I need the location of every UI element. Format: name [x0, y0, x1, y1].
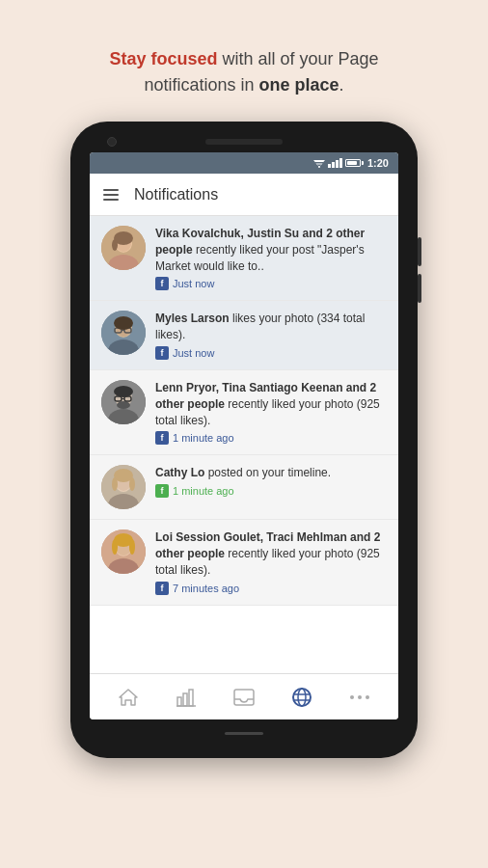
tagline-bold-red: Stay focused [109, 49, 217, 68]
svg-point-41 [129, 539, 135, 555]
notif-time-5: 7 minutes ago [173, 583, 239, 594]
phone-top-bar [80, 139, 408, 145]
notif-time-4: 1 minute ago [173, 485, 234, 497]
fb-icon-1: f [155, 277, 169, 290]
notif-bold-2: Myles Larson [155, 312, 230, 325]
notif-text-5: Loi Session Goulet, Traci Mehlman and 2 … [155, 529, 387, 578]
svg-rect-43 [177, 697, 181, 706]
app-header: Notifications [90, 174, 398, 216]
phone-shell: 1:20 Notifications [70, 122, 418, 758]
notif-bold-5: Loi Session Goulet, Traci Mehlman and 2 … [155, 530, 380, 560]
notif-item-1[interactable]: Vika Kovalchuk, Justin Su and 2 other pe… [90, 216, 398, 301]
avatar-4 [101, 465, 146, 509]
avatar-3 [101, 380, 146, 424]
status-bar: 1:20 [90, 152, 398, 174]
svg-point-10 [112, 239, 118, 251]
status-icons: 1:20 [313, 157, 389, 169]
notif-meta-3: f 1 minute ago [155, 431, 387, 445]
status-time: 1:20 [367, 157, 389, 169]
notif-meta-4: f 1 minute ago [155, 484, 387, 498]
avatar-1 [101, 226, 146, 270]
bar-chart-icon [176, 688, 196, 707]
avatar-5 [101, 529, 146, 574]
home-icon [118, 688, 139, 707]
notif-content-3: Lenn Pryor, Tina Santiago Keenan and 2 o… [155, 380, 387, 445]
avatar-2 [101, 311, 146, 355]
svg-point-18 [114, 316, 133, 330]
svg-rect-44 [183, 693, 187, 706]
notif-time-2: Just now [173, 347, 214, 359]
phone-bottom [225, 725, 263, 741]
notif-item-5[interactable]: Loi Session Goulet, Traci Mehlman and 2 … [90, 520, 398, 605]
bottom-nav [90, 673, 398, 719]
header-title: Notifications [134, 186, 218, 203]
side-buttons [418, 237, 421, 303]
svg-point-27 [114, 386, 133, 397]
wifi-icon [313, 158, 325, 168]
notif-text-2: Myles Larson likes your photo (334 total… [155, 311, 387, 343]
notif-meta-2: f Just now [155, 346, 387, 360]
notif-bold-4: Cathy Lo [155, 466, 204, 479]
svg-point-49 [298, 689, 306, 706]
camera [107, 137, 117, 147]
home-indicator [225, 732, 263, 735]
notif-bold-3: Lenn Pryor, Tina Santiago Keenan and 2 o… [155, 381, 376, 411]
nav-stats[interactable] [167, 678, 205, 717]
notif-meta-5: f 7 minutes ago [155, 582, 387, 595]
battery-icon [345, 159, 361, 167]
notif-content-2: Myles Larson likes your photo (334 total… [155, 311, 387, 360]
notif-item-4[interactable]: Cathy Lo posted on your timeline. f 1 mi… [90, 455, 398, 520]
nav-home[interactable] [109, 678, 148, 717]
globe-icon [291, 687, 312, 708]
notif-meta-1: f Just now [155, 277, 387, 290]
notif-text-4: Cathy Lo posted on your timeline. [155, 465, 387, 481]
svg-point-40 [112, 539, 118, 555]
notif-content-4: Cathy Lo posted on your timeline. f 1 mi… [155, 465, 387, 498]
svg-point-23 [117, 401, 130, 409]
svg-point-33 [112, 477, 118, 491]
notif-content-1: Vika Kovalchuk, Justin Su and 2 other pe… [155, 226, 387, 290]
notif-text-3: Lenn Pryor, Tina Santiago Keenan and 2 o… [155, 380, 387, 428]
notif-time-3: 1 minute ago [173, 432, 234, 444]
svg-point-48 [293, 689, 311, 706]
tagline-bold-dark: one place [259, 75, 339, 95]
tagline: Stay focused with all of your Pagenotifi… [70, 46, 417, 98]
more-icon [349, 694, 370, 700]
screen: 1:20 Notifications [90, 152, 398, 719]
notif-item-2[interactable]: Myles Larson likes your photo (334 total… [90, 301, 398, 370]
notif-content-5: Loi Session Goulet, Traci Mehlman and 2 … [155, 529, 387, 594]
hamburger-menu[interactable] [103, 189, 119, 201]
fb-icon-2: f [155, 346, 169, 360]
notifications-list: Vika Kovalchuk, Justin Su and 2 other pe… [90, 216, 398, 673]
notif-text-1: Vika Kovalchuk, Justin Su and 2 other pe… [155, 226, 387, 274]
fb-icon-5: f [155, 582, 169, 595]
inbox-icon [233, 689, 255, 706]
signal-icon [328, 158, 342, 168]
speaker [205, 139, 283, 145]
nav-more[interactable] [340, 678, 379, 717]
fb-icon-4: f [155, 484, 169, 498]
notif-item-3[interactable]: Lenn Pryor, Tina Santiago Keenan and 2 o… [90, 370, 398, 455]
tagline-period: . [339, 75, 344, 95]
notif-bold-1: Vika Kovalchuk, Justin Su and 2 other pe… [155, 227, 365, 257]
svg-rect-45 [189, 690, 193, 706]
svg-point-52 [350, 695, 354, 699]
nav-inbox[interactable] [225, 678, 263, 717]
notif-time-1: Just now [173, 278, 214, 289]
fb-icon-3: f [155, 431, 169, 445]
svg-point-34 [129, 477, 135, 491]
svg-marker-42 [120, 690, 137, 705]
svg-point-4 [318, 166, 320, 168]
nav-globe[interactable] [283, 678, 321, 717]
svg-point-54 [366, 695, 369, 699]
svg-point-53 [358, 695, 362, 699]
